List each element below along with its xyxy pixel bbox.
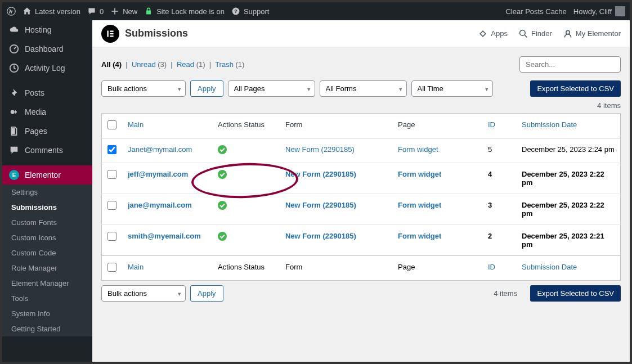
site-home[interactable]: Latest version (23, 7, 80, 16)
row-checkbox[interactable] (107, 145, 116, 154)
filter-trash[interactable]: Trash (215, 60, 234, 69)
plus-icon (110, 7, 119, 16)
filter-read[interactable]: Read (177, 60, 194, 69)
submenu-custom-icons[interactable]: Custom Icons (2, 230, 92, 245)
col-page: Page (398, 120, 415, 129)
search-input[interactable] (519, 56, 621, 73)
clock-icon (9, 63, 19, 73)
row-date: December 25, 2023 2:24 pm (522, 145, 615, 154)
items-count: 4 items (101, 101, 621, 110)
bulk-actions-select-bottom[interactable]: Bulk actions (101, 285, 186, 302)
row-form[interactable]: New Form (2290185) (285, 201, 356, 209)
row-main[interactable]: jane@mymail.com (128, 201, 192, 209)
row-page[interactable]: Form widget (398, 170, 441, 178)
submenu-settings[interactable]: Settings (2, 185, 92, 200)
submenu-tools[interactable]: Tools (2, 291, 92, 306)
support-link[interactable]: ? Support (231, 7, 270, 16)
export-button[interactable]: Export Selected to CSV (530, 80, 621, 97)
content-area: Submissions Apps Finder My Elementor (92, 20, 630, 362)
select-all-checkbox-foot[interactable] (107, 263, 116, 272)
submenu-system-info[interactable]: System Info (2, 306, 92, 321)
row-form[interactable]: New Form (2290185) (285, 232, 356, 240)
sidebar-item-activity[interactable]: Activity Log (2, 59, 92, 78)
row-form[interactable]: New Form (2290185) (285, 145, 355, 154)
col-date[interactable]: Submission Date (522, 120, 577, 129)
sidebar-item-dashboard[interactable]: Dashboard (2, 39, 92, 59)
apply-button-bottom[interactable]: Apply (190, 285, 223, 302)
time-filter[interactable]: All Time (411, 80, 493, 97)
row-checkbox[interactable] (107, 170, 116, 179)
apply-button[interactable]: Apply (190, 80, 223, 97)
row-id: 3 (488, 201, 492, 209)
col-status-foot: Actions Status (218, 263, 265, 271)
search-icon (519, 29, 528, 38)
row-page[interactable]: Form widget (398, 232, 441, 240)
row-form[interactable]: New Form (2290185) (285, 170, 356, 178)
select-all-checkbox[interactable] (107, 120, 116, 129)
apps-link[interactable]: Apps (478, 29, 508, 38)
export-button-bottom[interactable]: Export Selected to CSV (530, 285, 621, 302)
row-main[interactable]: smith@myemail.com (128, 232, 201, 240)
items-count-bottom: 4 items (494, 289, 517, 298)
filter-unread[interactable]: Unread (132, 60, 156, 69)
forms-filter[interactable]: All Forms (320, 80, 407, 97)
svg-point-11 (520, 30, 526, 35)
row-date: December 25, 2023 2:22 pm (522, 201, 604, 218)
clear-cache[interactable]: Clear Posts Cache (505, 7, 566, 16)
bulk-actions-select[interactable]: Bulk actions (101, 80, 186, 97)
col-date-foot[interactable]: Submission Date (522, 263, 577, 271)
site-lock[interactable]: Site Lock mode is on (144, 7, 225, 16)
submenu-custom-code[interactable]: Custom Code (2, 245, 92, 260)
gauge-icon (9, 44, 19, 54)
col-page-foot: Page (398, 263, 415, 271)
pages-filter[interactable]: All Pages (228, 80, 315, 97)
svg-rect-9 (110, 33, 113, 34)
col-form: Form (285, 120, 302, 129)
finder-link[interactable]: Finder (519, 29, 552, 38)
sidebar-item-posts[interactable]: Posts (2, 83, 92, 102)
howdy-user[interactable]: Howdy, Cliff (573, 6, 625, 16)
submissions-table: Main Actions Status Form Page ID Submiss… (101, 113, 621, 281)
wp-logo[interactable] (7, 7, 16, 16)
status-ok-icon (218, 170, 227, 179)
sidebar-item-elementor[interactable]: E Elementor (2, 165, 92, 185)
submenu-element-manager[interactable]: Element Manager (2, 276, 92, 291)
submenu-getting-started[interactable]: Getting Started (2, 321, 92, 336)
sidebar-item-comments[interactable]: Comments (2, 141, 92, 160)
row-page[interactable]: Form widget (398, 145, 438, 154)
svg-point-5 (11, 110, 15, 114)
row-date: December 25, 2023 2:22 pm (522, 170, 604, 187)
my-elementor-link[interactable]: My Elementor (563, 29, 621, 38)
sidebar-item-media[interactable]: Media (2, 102, 92, 122)
sidebar-item-hosting[interactable]: Hosting (2, 20, 92, 39)
row-main[interactable]: Janet@mymail.com (128, 145, 192, 154)
svg-rect-10 (110, 35, 113, 37)
col-main-foot[interactable]: Main (128, 263, 144, 271)
col-id-foot[interactable]: ID (488, 263, 495, 271)
admin-sidebar: Hosting Dashboard Activity Log Posts Med… (2, 20, 92, 362)
page-title: Submissions (125, 28, 188, 39)
support-label: Support (244, 7, 270, 16)
row-main[interactable]: jeff@mymail.com (128, 170, 188, 178)
page-topbar: Submissions Apps Finder My Elementor (92, 20, 630, 47)
comment-icon (9, 145, 19, 155)
admin-bar: Latest version 0 New Site Lock mode is o… (2, 2, 630, 20)
comments-bubble[interactable]: 0 (87, 7, 104, 16)
status-ok-icon (218, 232, 227, 241)
new-button[interactable]: New (110, 7, 137, 16)
lock-icon (144, 7, 153, 16)
sidebar-item-pages[interactable]: Pages (2, 122, 92, 141)
row-checkbox[interactable] (107, 232, 116, 241)
row-page[interactable]: Form widget (398, 201, 441, 209)
col-id[interactable]: ID (488, 120, 495, 129)
lock-label: Site Lock mode is on (156, 7, 225, 16)
submenu-role-manager[interactable]: Role Manager (2, 260, 92, 276)
row-checkbox[interactable] (107, 201, 116, 210)
submenu-custom-fonts[interactable]: Custom Fonts (2, 215, 92, 230)
wordpress-icon (7, 7, 16, 16)
svg-rect-7 (107, 30, 108, 37)
table-row: Janet@mymail.comNew Form (2290185)Form w… (102, 138, 621, 163)
filter-all[interactable]: All (4) (101, 60, 122, 69)
submenu-submissions[interactable]: Submissions (2, 200, 92, 215)
col-main[interactable]: Main (128, 120, 144, 129)
